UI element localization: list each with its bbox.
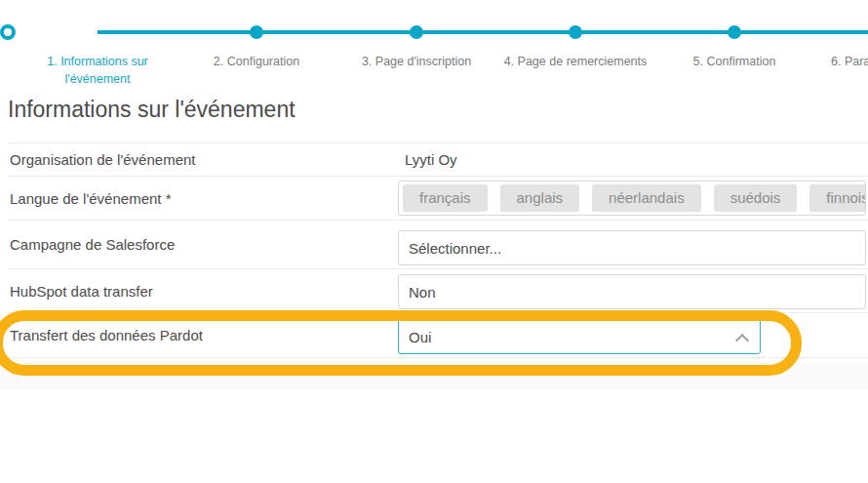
step-5-label[interactable]: 5. Confirmation (651, 53, 817, 70)
pardot-label: Transfert des données Pardot (10, 313, 203, 357)
language-tag-neerlandais[interactable]: néerlandais (592, 184, 701, 212)
salesforce-label: Campagne de Salesforce (10, 221, 175, 268)
pardot-value-area: Oui (398, 313, 866, 357)
organisation-value-area: Lyyti Oy (398, 143, 866, 176)
step-1-label[interactable]: 1. Informations sur l'événement (34, 53, 161, 88)
stepper-progress-line (98, 30, 868, 34)
pardot-transfer-value: Oui (409, 329, 431, 345)
hubspot-transfer-value: Non (409, 284, 436, 301)
footer-strip (0, 362, 868, 389)
hubspot-transfer-select[interactable]: Non (398, 274, 866, 309)
step-3-label[interactable]: 3. Page d'inscription (334, 53, 499, 70)
language-tag-anglais[interactable]: anglais (500, 184, 580, 212)
hubspot-label: HubSpot data transfer (10, 269, 153, 312)
step-2-dot[interactable] (250, 25, 263, 39)
salesforce-value-area: Sélectionner... (398, 221, 866, 268)
language-tag-list[interactable]: français anglais néerlandais suédois fin… (398, 181, 866, 216)
form-row-hubspot: HubSpot data transfer Non (8, 269, 868, 313)
step-4-dot[interactable] (569, 25, 582, 39)
organisation-value: Lyyti Oy (405, 143, 457, 176)
wizard-stepper: 1. Informations sur l'événement 2. Confi… (0, 0, 868, 93)
pardot-transfer-select[interactable]: Oui (398, 319, 761, 354)
step-5-dot[interactable] (728, 25, 741, 39)
step-4-label[interactable]: 4. Page de remerciements (493, 53, 658, 70)
page-title: Informations sur l'événement (8, 97, 296, 123)
event-info-form: Organisation de l'événement Lyyti Oy Lan… (8, 142, 868, 358)
language-tag-finnois[interactable]: finnois (809, 184, 866, 212)
step-2-label[interactable]: 2. Configuration (174, 53, 339, 70)
organisation-label: Organisation de l'événement (10, 143, 195, 176)
language-tag-francais[interactable]: français (403, 184, 488, 212)
form-row-pardot: Transfert des données Pardot Oui (8, 313, 868, 358)
form-row-language: Langue de l'événement * français anglais… (8, 177, 868, 221)
salesforce-campaign-select[interactable]: Sélectionner... (398, 230, 866, 265)
salesforce-campaign-value: Sélectionner... (409, 240, 501, 257)
step-1-dot[interactable] (0, 24, 16, 40)
step-3-dot[interactable] (410, 25, 423, 39)
language-tag-suedois[interactable]: suédois (714, 184, 798, 212)
chevron-up-icon (735, 334, 749, 347)
form-row-organisation: Organisation de l'événement Lyyti Oy (8, 143, 868, 177)
language-label: Langue de l'événement * (10, 177, 172, 220)
step-6-label[interactable]: 6. Param (831, 53, 868, 70)
language-value-area: français anglais néerlandais suédois fin… (398, 177, 866, 220)
hubspot-value-area: Non (398, 269, 866, 312)
form-row-salesforce: Campagne de Salesforce Sélectionner... (8, 221, 868, 269)
